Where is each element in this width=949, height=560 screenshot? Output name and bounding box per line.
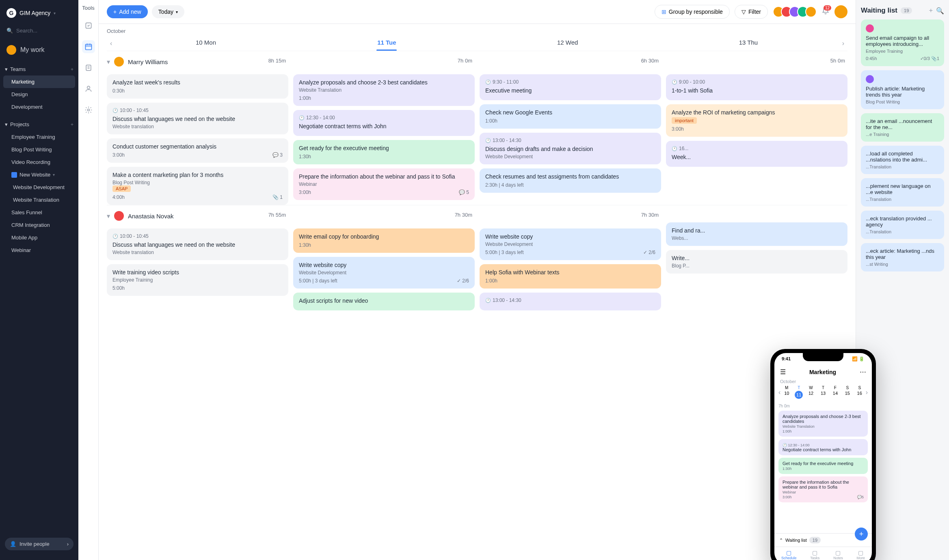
- nav-blog-post[interactable]: Blog Post Writing: [0, 143, 78, 156]
- nav-new-website-folder[interactable]: New Website ▾: [0, 168, 78, 181]
- phone-time: 9:41: [782, 356, 791, 362]
- nav-website-trans[interactable]: Website Translation: [0, 194, 78, 206]
- phone-add-button[interactable]: +: [855, 528, 868, 541]
- notification-icon[interactable]: 12: [821, 7, 830, 17]
- phone-task-card[interactable]: 🕐 12:30 - 14:00Negotiate contract terms …: [778, 439, 868, 455]
- add-project-icon[interactable]: +: [71, 122, 73, 127]
- search-waiting-icon[interactable]: 🔍: [936, 7, 944, 15]
- nav-webinar[interactable]: Webinar: [0, 244, 78, 256]
- phone-day[interactable]: T13: [817, 386, 829, 399]
- nav-video-recording[interactable]: Video Recording: [0, 156, 78, 168]
- day-tab[interactable]: 13 Thu: [658, 36, 839, 51]
- chevron-down-icon: ▾: [54, 11, 56, 15]
- card-duration: 1:00h: [299, 95, 311, 101]
- waiting-card[interactable]: Send email campaign to all employees int…: [861, 19, 944, 66]
- filter-button[interactable]: ▽ Filter: [735, 5, 768, 19]
- task-card[interactable]: Write email copy for onboarding1:30h: [293, 228, 475, 253]
- tool-tasks-icon[interactable]: [82, 19, 95, 32]
- teams-section-header[interactable]: ▾ Teams +: [0, 63, 78, 75]
- nav-development[interactable]: Development: [0, 101, 78, 113]
- task-card[interactable]: 9:00 - 10:001-to-1 with Sofia: [666, 74, 847, 100]
- projects-section-header[interactable]: ▾ Projects +: [0, 118, 78, 131]
- task-card[interactable]: 10:00 - 10:45Discuss what languages we n…: [107, 228, 288, 260]
- task-card[interactable]: Check resumes and test assigments from c…: [480, 168, 661, 193]
- task-card[interactable]: Write...Blog P...: [666, 250, 847, 274]
- task-card[interactable]: 13:00 - 14:30: [480, 293, 661, 310]
- nav-website-dev[interactable]: Website Development: [0, 181, 78, 194]
- phone-menu-icon[interactable]: ☰: [780, 368, 786, 376]
- task-card[interactable]: Adjust scripts for new video: [293, 293, 475, 310]
- my-work-link[interactable]: My work: [5, 42, 73, 58]
- time-range: 13:00 - 14:30: [485, 138, 655, 143]
- add-new-button[interactable]: + Add new: [107, 5, 148, 18]
- nav-crm[interactable]: CRM Integration: [0, 219, 78, 231]
- nav-design[interactable]: Design: [0, 88, 78, 101]
- task-card[interactable]: Get ready for the executive meeting1:30h: [293, 140, 475, 164]
- invite-people-button[interactable]: 👤 Invite people ›: [5, 538, 73, 550]
- task-card[interactable]: Write training video scriptsEmployee Tra…: [107, 264, 288, 296]
- task-card[interactable]: Make a content marketing plan for 3 mont…: [107, 167, 288, 205]
- user-avatar[interactable]: [834, 5, 847, 18]
- waiting-card[interactable]: ...ite an email ...nouncement for the ne…: [861, 113, 944, 142]
- phone-day[interactable]: S15: [841, 386, 854, 399]
- phone-day[interactable]: W12: [805, 386, 817, 399]
- waiting-card[interactable]: ...plement new language on ...e website.…: [861, 178, 944, 207]
- add-waiting-icon[interactable]: +: [929, 7, 933, 15]
- phone-day[interactable]: T11: [793, 386, 805, 399]
- tool-settings-icon[interactable]: [82, 103, 95, 116]
- task-card[interactable]: 16...Week...: [666, 141, 847, 167]
- task-card[interactable]: Check new Google Events1:00h: [480, 104, 661, 129]
- task-card[interactable]: 10:00 - 10:45Discuss what languages we n…: [107, 103, 288, 134]
- phone-day[interactable]: S16: [854, 386, 866, 399]
- tool-notes-icon[interactable]: [82, 61, 95, 74]
- task-card[interactable]: 12:30 - 14:00Negotiate contract terms wi…: [293, 110, 475, 136]
- task-card[interactable]: Analyze last week's results0:30h: [107, 74, 288, 99]
- day-tab[interactable]: 12 Wed: [477, 36, 658, 51]
- task-card[interactable]: 9:30 - 11:00Executive meeting: [480, 74, 661, 100]
- phone-tab[interactable]: ▢Tasks: [810, 549, 819, 560]
- nav-sales-funnel[interactable]: Sales Funnel: [0, 206, 78, 219]
- add-team-icon[interactable]: +: [71, 67, 73, 72]
- nav-mobile-app[interactable]: Mobile App: [0, 231, 78, 244]
- task-card[interactable]: Conduct customer segmentation analysis3:…: [107, 138, 288, 163]
- card-avatar: [866, 75, 874, 83]
- waiting-card[interactable]: ...eck translation provided ... agency..…: [861, 211, 944, 239]
- waiting-card[interactable]: ...eck article: Marketing ...nds this ye…: [861, 243, 944, 271]
- agency-selector[interactable]: G GIM Agency ▾: [5, 5, 73, 21]
- phone-tab[interactable]: ▢Schedule: [781, 549, 797, 560]
- tool-calendar-icon[interactable]: [82, 40, 95, 53]
- phone-next-week[interactable]: ›: [866, 389, 868, 396]
- task-card[interactable]: Write website copyWebsite Development5:0…: [480, 228, 661, 260]
- today-button[interactable]: Today ▾: [152, 5, 184, 18]
- tool-people-icon[interactable]: [82, 82, 95, 95]
- waiting-card[interactable]: Publish article: Marketing trends this y…: [861, 70, 944, 109]
- phone-task-card[interactable]: Prepare the information about the webina…: [778, 476, 868, 502]
- prev-week-button[interactable]: ‹: [107, 37, 115, 50]
- task-card[interactable]: Write website copyWebsite Development5:0…: [293, 257, 475, 289]
- search-input[interactable]: 🔍 Search...: [5, 24, 73, 37]
- phone-more-icon[interactable]: ⋯: [860, 368, 866, 376]
- task-card[interactable]: 13:00 - 14:30Discuss design drafts and m…: [480, 133, 661, 164]
- day-tab[interactable]: 11 Tue: [296, 36, 477, 51]
- avatar-stack[interactable]: [773, 6, 817, 17]
- task-card[interactable]: Find and ra...Webs...: [666, 222, 847, 246]
- checklist-count: ✓ 2/6: [457, 278, 469, 284]
- task-card[interactable]: Prepare the information about the webina…: [293, 168, 475, 200]
- phone-day[interactable]: M10: [780, 386, 793, 399]
- phone-tab[interactable]: ▢Notes: [833, 549, 843, 560]
- card-title: Discuss what languages we need on the we…: [112, 241, 283, 248]
- phone-tab[interactable]: ▢More: [857, 549, 865, 560]
- next-week-button[interactable]: ›: [839, 37, 847, 50]
- day-tab[interactable]: 10 Mon: [115, 36, 296, 51]
- task-card[interactable]: Analyze the ROI of marketing campaignsim…: [666, 104, 847, 137]
- phone-task-card[interactable]: Analyze proposals and choose 2-3 best ca…: [778, 411, 868, 437]
- phone-task-card[interactable]: Get ready for the executive meeting1:30h: [778, 458, 868, 474]
- task-card[interactable]: Help Sofia with Webinar texts1:00h: [480, 264, 661, 289]
- group-by-button[interactable]: ⊞ Group by responsible: [655, 5, 730, 19]
- waiting-card[interactable]: ...load all completed ...nslations into …: [861, 146, 944, 174]
- phone-day[interactable]: F14: [829, 386, 841, 399]
- nav-marketing[interactable]: Marketing: [3, 75, 75, 88]
- column-duration: 5h 0m: [666, 58, 847, 64]
- task-card[interactable]: Analyze proposals and choose 2-3 best ca…: [293, 74, 475, 106]
- nav-employee-training[interactable]: Employee Training: [0, 131, 78, 143]
